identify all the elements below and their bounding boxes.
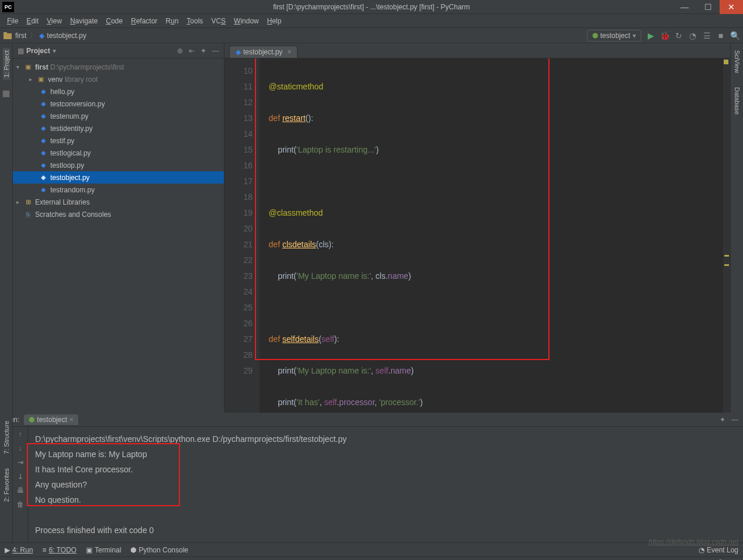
side-tab-structure[interactable]: 7: Structure <box>3 419 10 457</box>
tree-file[interactable]: ◆testidentity.py <box>13 122 224 134</box>
editor-area: ◆ testobject.py × 1011121314151617181920… <box>224 43 730 413</box>
menu-run[interactable]: Run <box>162 16 182 26</box>
side-tab-project[interactable]: 1: Project <box>3 48 10 79</box>
tree-file[interactable]: ◆testloop.py <box>13 159 224 171</box>
code-area[interactable]: @staticmethod def restart(): print('Lapt… <box>260 58 723 413</box>
menu-navigate[interactable]: Navigate <box>67 16 101 26</box>
python-icon: ⬢ <box>592 32 598 40</box>
trash-icon[interactable]: 🗑 <box>17 500 24 509</box>
tree-scratches[interactable]: ⎘ Scratches and Consoles <box>13 208 224 220</box>
locate-icon[interactable]: ⊕ <box>177 47 183 55</box>
run-tab-label: testobject <box>37 416 67 424</box>
bottom-tab-terminal[interactable]: ▣ Terminal <box>86 546 121 554</box>
tree-file[interactable]: ◆testenum.py <box>13 110 224 122</box>
run-tool-window: Run: ⬢ testobject × ✦ — ▶ ■ ≡ ▣ ✕ ↑ ↓ ⇥ … <box>0 413 743 542</box>
breadcrumb-root[interactable]: first <box>14 32 27 40</box>
run-config-selector[interactable]: ⬢ testobject ▾ <box>587 30 641 42</box>
main-area: 1: Project ▦ Project ▾ ⊕ ⇤ ✦ — ▾▣ first … <box>0 43 743 413</box>
tree-file[interactable]: ◆testrandom.py <box>13 184 224 196</box>
down-icon[interactable]: ↓ <box>19 444 22 452</box>
console-cmd: D:\pycharmprojects\first\venv\Scripts\py… <box>35 431 736 447</box>
side-square-icon[interactable] <box>2 90 10 98</box>
tree-file[interactable]: ◆testlogical.py <box>13 147 224 159</box>
scroll-icon[interactable]: ⤓ <box>18 472 23 481</box>
project-header: ▦ Project ▾ ⊕ ⇤ ✦ — <box>13 43 224 58</box>
tree-root-name: first <box>35 63 49 71</box>
run-tab[interactable]: ⬢ testobject × <box>24 414 78 425</box>
tree-file[interactable]: ◆testconversion.py <box>13 98 224 110</box>
tree-venv-note: library root <box>65 75 98 84</box>
profile-button[interactable]: ◔ <box>688 31 697 40</box>
close-tab-icon[interactable]: × <box>287 48 291 56</box>
print-icon[interactable]: 🖶 <box>17 486 24 495</box>
breadcrumb-separator: 〉 <box>27 30 39 40</box>
gear-icon[interactable]: ✦ <box>720 416 725 424</box>
menu-tools[interactable]: Tools <box>183 16 206 26</box>
folder-icon: ▦ <box>18 47 24 55</box>
menu-file[interactable]: File <box>4 16 22 26</box>
menu-code[interactable]: Code <box>102 16 126 26</box>
run-body: ▶ ■ ≡ ▣ ✕ ↑ ↓ ⇥ ⤓ 🖶 🗑 D:\pycharmprojects… <box>0 427 743 542</box>
console-line: No question. <box>35 492 736 507</box>
search-icon[interactable]: 🔍 <box>730 31 739 40</box>
project-tree[interactable]: ▾▣ first D:\pycharmprojects\first ▸▣ ven… <box>13 58 224 413</box>
editor-tab[interactable]: ◆ testobject.py × <box>229 46 298 58</box>
menu-edit[interactable]: Edit <box>23 16 42 26</box>
hide-icon[interactable]: — <box>731 416 738 424</box>
run-button[interactable]: ▶ <box>646 31 655 40</box>
run-header: Run: ⬢ testobject × ✦ — <box>0 413 743 427</box>
bottom-tool-tabs: ▶ 4: Run ≡ 6: TODO ▣ Terminal ⬢ Python C… <box>0 542 743 556</box>
watermark: https://defonds.blog.csdn.net <box>649 538 738 546</box>
collapse-icon[interactable]: ⇤ <box>189 47 195 55</box>
tree-file[interactable]: ◆testif.py <box>13 134 224 147</box>
side-tab-favorites[interactable]: 2: Favorites <box>3 466 10 504</box>
menu-help[interactable]: Help <box>264 16 285 26</box>
menu-window[interactable]: Window <box>230 16 262 26</box>
tree-venv[interactable]: ▸▣ venv library root <box>13 73 224 85</box>
bottom-tab-run[interactable]: ▶ 4: Run <box>5 546 33 554</box>
side-tab-sciview[interactable]: SciView <box>734 48 741 75</box>
close-button[interactable]: ✕ <box>720 0 743 14</box>
hide-icon[interactable]: — <box>212 47 219 55</box>
tree-file[interactable]: ◆hello.py <box>13 85 224 98</box>
concurrency-button[interactable]: ☰ <box>702 31 711 40</box>
editor-body[interactable]: 1011121314151617181920212223242526272829… <box>224 58 730 413</box>
side-tab-database[interactable]: Database <box>734 85 741 117</box>
coverage-button[interactable]: ↻ <box>674 31 683 40</box>
console-output[interactable]: D:\pycharmprojects\first\venv\Scripts\py… <box>28 427 743 542</box>
menu-vcs[interactable]: VCS <box>208 16 229 26</box>
editor-tabs: ◆ testobject.py × <box>224 43 730 58</box>
console-line: Any question? <box>35 477 736 492</box>
tree-root-path: D:\pycharmprojects\first <box>50 63 124 71</box>
stop-button[interactable]: ■ <box>716 31 725 40</box>
close-icon[interactable]: × <box>70 416 74 424</box>
bottom-tab-todo[interactable]: ≡ 6: TODO <box>42 546 77 554</box>
line-number-gutter: 1011121314151617181920212223242526272829 <box>224 58 260 413</box>
chevron-down-icon[interactable]: ▾ <box>53 47 56 55</box>
event-log[interactable]: ◔ Event Log <box>699 546 738 554</box>
python-icon: ⬢ <box>29 416 34 424</box>
editor-marks-gutter <box>723 58 730 413</box>
wrap-icon[interactable]: ⇥ <box>18 458 23 466</box>
gear-icon[interactable]: ✦ <box>201 47 206 55</box>
project-tool-window: ▦ Project ▾ ⊕ ⇤ ✦ — ▾▣ first D:\pycharmp… <box>13 43 224 413</box>
project-title: Project <box>26 47 50 55</box>
python-file-icon: ◆ <box>236 48 241 56</box>
console-line: My Laptop name is: My Laptop <box>35 447 736 462</box>
tree-file-selected[interactable]: ◆testobject.py <box>13 171 224 184</box>
menu-refactor[interactable]: Refactor <box>127 16 161 26</box>
left-tool-strip: 1: Project <box>0 43 13 413</box>
menu-view[interactable]: View <box>43 16 65 26</box>
breadcrumb-file[interactable]: testobject.py <box>46 32 87 40</box>
debug-button[interactable]: 🐞 <box>660 31 669 40</box>
run-toolbar-left2: ↑ ↓ ⇥ ⤓ 🖶 🗑 <box>13 427 28 542</box>
python-file-icon: ◆ <box>39 32 44 40</box>
maximize-button[interactable]: ☐ <box>696 0 720 14</box>
editor-tab-label: testobject.py <box>243 48 282 56</box>
console-exit: Process finished with exit code 0 <box>35 523 736 538</box>
minimize-button[interactable]: — <box>673 0 696 14</box>
up-icon[interactable]: ↑ <box>19 430 22 438</box>
bottom-tab-python-console[interactable]: ⬢ Python Console <box>130 546 188 554</box>
tree-external-libs[interactable]: ▸⊞ External Libraries <box>13 196 224 208</box>
tree-root[interactable]: ▾▣ first D:\pycharmprojects\first <box>13 61 224 73</box>
